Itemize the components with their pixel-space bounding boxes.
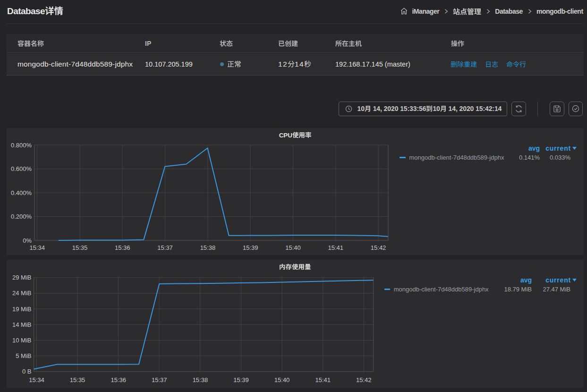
svg-text:15:35: 15:35: [70, 376, 85, 383]
svg-text:15:38: 15:38: [200, 244, 216, 251]
svg-text:15:37: 15:37: [157, 244, 173, 251]
svg-text:10 MiB: 10 MiB: [12, 337, 31, 344]
svg-text:14 MiB: 14 MiB: [12, 321, 31, 328]
svg-text:0.400%: 0.400%: [11, 189, 32, 196]
svg-text:15:41: 15:41: [328, 244, 344, 251]
svg-text:15:36: 15:36: [115, 244, 130, 251]
svg-text:0%: 0%: [23, 237, 32, 244]
svg-text:15:35: 15:35: [72, 244, 88, 251]
svg-text:15:41: 15:41: [315, 376, 331, 383]
svg-text:15:42: 15:42: [356, 376, 372, 383]
svg-text:19 MiB: 19 MiB: [12, 306, 31, 313]
svg-text:15:34: 15:34: [29, 376, 44, 383]
svg-text:0.600%: 0.600%: [11, 165, 32, 172]
svg-text:0.200%: 0.200%: [11, 213, 32, 220]
svg-text:15:39: 15:39: [233, 376, 249, 383]
svg-text:15:36: 15:36: [111, 376, 126, 383]
svg-text:15:42: 15:42: [371, 244, 386, 251]
svg-text:15:40: 15:40: [274, 376, 290, 383]
svg-text:15:34: 15:34: [29, 244, 45, 251]
svg-text:15:39: 15:39: [243, 244, 258, 251]
svg-text:5 MiB: 5 MiB: [16, 352, 31, 359]
svg-text:15:40: 15:40: [285, 244, 301, 251]
svg-text:15:38: 15:38: [193, 376, 208, 383]
svg-text:0 B: 0 B: [22, 368, 32, 375]
svg-text:15:37: 15:37: [152, 376, 167, 383]
